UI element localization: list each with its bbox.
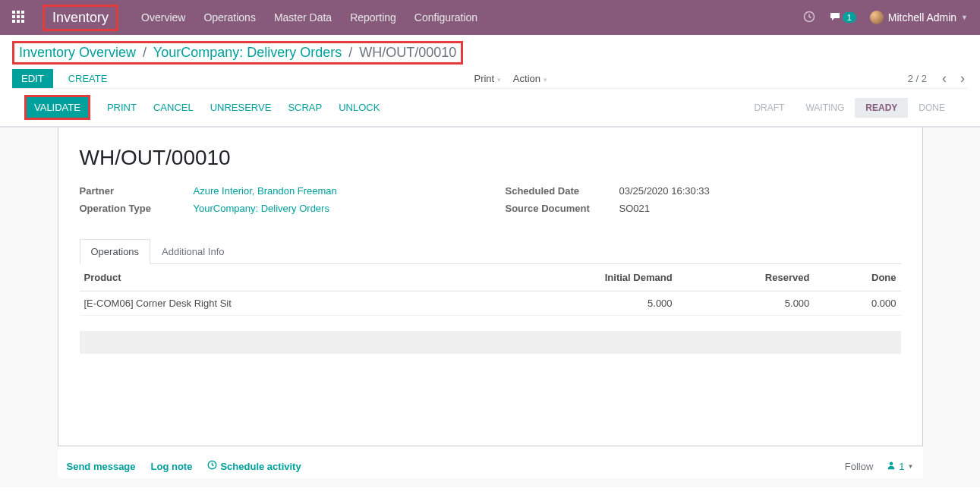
print-dropdown[interactable]: Print ▾ bbox=[474, 73, 500, 84]
col-reserved[interactable]: Reserved bbox=[677, 264, 815, 291]
status-draft[interactable]: DRAFT bbox=[743, 98, 795, 118]
clock-icon bbox=[207, 460, 217, 472]
chatter: Send message Log note Schedule activity … bbox=[58, 446, 923, 478]
breadcrumb-root[interactable]: Inventory Overview bbox=[19, 45, 136, 60]
nav-configuration[interactable]: Configuration bbox=[414, 11, 477, 24]
svg-rect-4 bbox=[17, 15, 20, 18]
prev-button[interactable]: ‹ bbox=[939, 71, 950, 87]
messaging-icon[interactable]: 1 bbox=[829, 11, 856, 25]
svg-rect-5 bbox=[21, 15, 24, 18]
form-col-right: Scheduled Date 03/25/2020 16:30:33 Sourc… bbox=[506, 185, 901, 220]
status-bar: DRAFT WAITING READY DONE bbox=[743, 98, 956, 118]
optype-label: Operation Type bbox=[80, 203, 194, 214]
validate-highlight-box: VALIDATE bbox=[24, 95, 90, 120]
cell-product: [E-COM06] Corner Desk Right Sit bbox=[80, 291, 481, 316]
action-dropdown[interactable]: Action ▾ bbox=[513, 73, 547, 84]
cp-left: EDIT CREATE bbox=[12, 69, 113, 88]
validate-button[interactable]: VALIDATE bbox=[27, 97, 88, 118]
follow-button[interactable]: Follow bbox=[845, 461, 874, 472]
nav-operations[interactable]: Operations bbox=[203, 11, 255, 24]
cell-reserved: 5.000 bbox=[677, 291, 815, 316]
caret-down-icon: ▾ bbox=[497, 76, 501, 84]
record-title: WH/OUT/00010 bbox=[80, 146, 901, 170]
source-label: Source Document bbox=[506, 203, 619, 214]
action-left: VALIDATE PRINT CANCEL UNRESERVE SCRAP UN… bbox=[24, 95, 380, 120]
log-note-button[interactable]: Log note bbox=[151, 461, 193, 472]
tab-operations[interactable]: Operations bbox=[80, 239, 151, 264]
person-icon bbox=[887, 461, 896, 472]
svg-rect-0 bbox=[12, 11, 15, 14]
svg-rect-6 bbox=[12, 20, 15, 23]
nav-links: Overview Operations Master Data Reportin… bbox=[141, 11, 803, 24]
partner-value[interactable]: Azure Interior, Brandon Freeman bbox=[194, 185, 337, 197]
table-footer-band bbox=[80, 331, 901, 354]
table-spacer bbox=[80, 316, 901, 325]
control-panel: Inventory Overview / YourCompany: Delive… bbox=[0, 35, 980, 127]
schedule-activity-button[interactable]: Schedule activity bbox=[207, 460, 301, 472]
breadcrumb-sep: / bbox=[140, 45, 150, 60]
nav-reporting[interactable]: Reporting bbox=[350, 11, 396, 24]
col-initial-demand[interactable]: Initial Demand bbox=[481, 264, 676, 291]
edit-button[interactable]: EDIT bbox=[12, 69, 53, 88]
breadcrumb-current: WH/OUT/00010 bbox=[359, 45, 456, 60]
breadcrumb-highlight-box: Inventory Overview / YourCompany: Delive… bbox=[12, 41, 463, 65]
breadcrumb-sep: / bbox=[345, 45, 355, 60]
followers-button[interactable]: 1 ▼ bbox=[887, 461, 913, 472]
unlock-button[interactable]: UNLOCK bbox=[339, 102, 380, 113]
caret-down-icon: ▼ bbox=[961, 14, 968, 21]
field-source-doc: Source Document SO021 bbox=[506, 203, 901, 214]
operations-table: Product Initial Demand Reserved Done [E-… bbox=[80, 264, 901, 316]
tabs: Operations Additional Info bbox=[80, 238, 901, 264]
avatar bbox=[870, 11, 884, 24]
cp-mid: Print ▾ Action ▾ bbox=[474, 73, 547, 84]
user-name: Mitchell Admin bbox=[888, 11, 956, 24]
cp-row: EDIT CREATE Print ▾ Action ▾ 2 / 2 ‹ › bbox=[12, 69, 968, 88]
chatter-left: Send message Log note Schedule activity bbox=[67, 460, 301, 472]
unreserve-button[interactable]: UNRESERVE bbox=[210, 102, 272, 113]
form-sheet: WH/OUT/00010 Partner Azure Interior, Bra… bbox=[58, 128, 923, 446]
nav-right: 1 Mitchell Admin ▼ bbox=[803, 11, 968, 25]
caret-down-icon: ▾ bbox=[544, 76, 547, 84]
status-done[interactable]: DONE bbox=[908, 98, 956, 118]
caret-down-icon: ▼ bbox=[908, 463, 914, 470]
partner-label: Partner bbox=[80, 185, 194, 197]
field-partner: Partner Azure Interior, Brandon Freeman bbox=[80, 185, 475, 197]
tab-additional-info[interactable]: Additional Info bbox=[150, 239, 235, 264]
nav-master-data[interactable]: Master Data bbox=[274, 11, 332, 24]
svg-point-11 bbox=[890, 462, 893, 465]
chat-bubble-icon bbox=[829, 11, 841, 25]
apps-icon[interactable] bbox=[12, 11, 24, 25]
sheet-wrap: WH/OUT/00010 Partner Azure Interior, Bra… bbox=[0, 127, 980, 487]
scrap-button[interactable]: SCRAP bbox=[288, 102, 322, 113]
cancel-button[interactable]: CANCEL bbox=[153, 102, 194, 113]
svg-rect-1 bbox=[17, 11, 20, 14]
table-header-row: Product Initial Demand Reserved Done bbox=[80, 264, 901, 291]
table-row[interactable]: [E-COM06] Corner Desk Right Sit 5.000 5.… bbox=[80, 291, 901, 316]
print-button[interactable]: PRINT bbox=[107, 102, 137, 113]
send-message-button[interactable]: Send message bbox=[67, 461, 136, 472]
cp-right: 2 / 2 ‹ › bbox=[908, 71, 968, 87]
svg-rect-3 bbox=[12, 15, 15, 18]
brand-label[interactable]: Inventory bbox=[52, 10, 109, 25]
optype-value[interactable]: YourCompany: Delivery Orders bbox=[194, 203, 329, 214]
breadcrumb-parent[interactable]: YourCompany: Delivery Orders bbox=[153, 45, 342, 60]
field-operation-type: Operation Type YourCompany: Delivery Ord… bbox=[80, 203, 475, 214]
top-nav: Inventory Overview Operations Master Dat… bbox=[0, 0, 980, 35]
create-button[interactable]: CREATE bbox=[62, 69, 114, 88]
clock-icon[interactable] bbox=[803, 11, 815, 25]
nav-overview[interactable]: Overview bbox=[141, 11, 185, 24]
msg-count: 1 bbox=[843, 12, 856, 23]
col-product[interactable]: Product bbox=[80, 264, 481, 291]
status-ready[interactable]: READY bbox=[855, 98, 908, 118]
brand-highlight-box: Inventory bbox=[43, 5, 118, 31]
next-button[interactable]: › bbox=[957, 71, 968, 87]
col-done[interactable]: Done bbox=[814, 264, 900, 291]
user-menu[interactable]: Mitchell Admin ▼ bbox=[870, 11, 968, 24]
status-waiting[interactable]: WAITING bbox=[795, 98, 855, 118]
action-bar: VALIDATE PRINT CANCEL UNRESERVE SCRAP UN… bbox=[12, 88, 968, 126]
pager-text: 2 / 2 bbox=[908, 73, 927, 84]
cell-initial: 5.000 bbox=[481, 291, 676, 316]
sched-label: Scheduled Date bbox=[506, 185, 619, 197]
cell-done: 0.000 bbox=[814, 291, 900, 316]
followers-count: 1 bbox=[899, 461, 904, 472]
